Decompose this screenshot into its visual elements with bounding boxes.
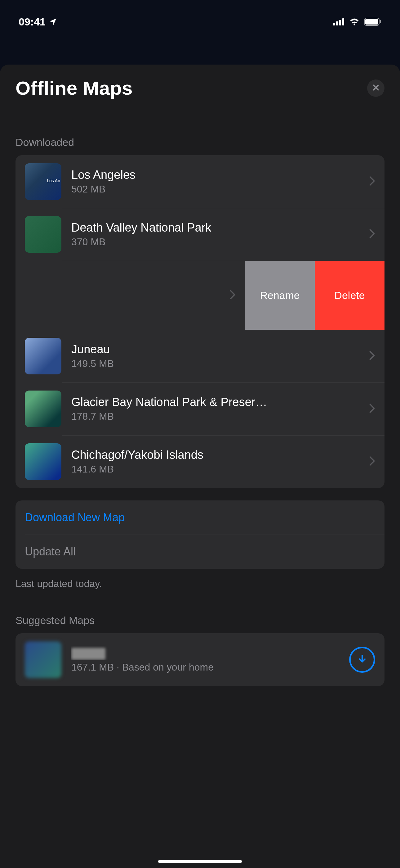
map-thumbnail — [25, 163, 61, 200]
delete-button[interactable]: Delete — [315, 261, 385, 330]
map-title: Glacier Bay National Park & Preser… — [71, 396, 364, 409]
offline-maps-sheet: Offline Maps Downloaded Los Angeles 502 … — [0, 65, 400, 868]
svg-rect-1 — [336, 22, 338, 26]
map-title: Death Valley National Park — [71, 221, 364, 235]
map-title-fragment: ty — [15, 288, 225, 303]
download-new-map-label: Download New Map — [25, 511, 125, 524]
chevron-right-icon — [369, 403, 375, 414]
map-thumbnail — [25, 338, 61, 374]
location-arrow-icon — [49, 18, 57, 26]
map-thumbnail — [25, 443, 61, 480]
svg-rect-3 — [342, 18, 344, 26]
map-thumbnail — [25, 391, 61, 427]
map-size: 141.6 MB — [71, 464, 364, 475]
suggested-map-item[interactable]: 167.1 MB · Based on your home — [15, 633, 385, 686]
chevron-right-icon — [369, 229, 375, 240]
map-size: 370 MB — [71, 236, 364, 248]
map-subtitle: 167.1 MB · Based on your home — [71, 661, 344, 673]
map-title: Los Angeles — [71, 168, 364, 182]
chevron-right-icon — [369, 176, 375, 187]
wifi-icon — [349, 18, 360, 26]
downloaded-map-item[interactable]: Los Angeles 502 MB — [15, 155, 385, 208]
downloaded-map-item[interactable]: Death Valley National Park 370 MB — [15, 208, 385, 261]
chevron-right-icon — [229, 290, 236, 301]
cellular-icon — [333, 18, 345, 26]
map-title: Juneau — [71, 343, 364, 356]
close-icon — [372, 84, 380, 93]
map-size: 178.7 MB — [71, 411, 364, 422]
svg-rect-0 — [333, 23, 335, 26]
last-updated-note: Last updated today. — [0, 578, 400, 590]
svg-rect-2 — [339, 20, 341, 26]
map-thumbnail — [25, 216, 61, 253]
update-all-label: Update All — [25, 545, 76, 558]
download-arrow-icon — [357, 653, 368, 666]
close-button[interactable] — [367, 80, 385, 97]
rename-button[interactable]: Rename — [245, 261, 315, 330]
svg-rect-6 — [380, 20, 381, 23]
downloaded-map-item[interactable]: Glacier Bay National Park & Preser… 178.… — [15, 382, 385, 435]
home-indicator[interactable] — [158, 860, 242, 863]
downloaded-map-item[interactable]: Juneau 149.5 MB — [15, 330, 385, 382]
suggested-maps-group: 167.1 MB · Based on your home — [15, 633, 385, 686]
section-label-suggested: Suggested Maps — [0, 614, 400, 626]
downloaded-map-item[interactable]: Chichagof/Yakobi Islands 141.6 MB — [15, 435, 385, 488]
map-thumbnail — [25, 641, 61, 678]
status-bar: 09:41 — [0, 0, 400, 34]
chevron-right-icon — [369, 456, 375, 467]
map-title-redacted — [71, 646, 344, 660]
section-label-downloaded: Downloaded — [0, 136, 400, 148]
download-button[interactable] — [349, 647, 375, 673]
download-new-map-button[interactable]: Download New Map — [15, 500, 385, 535]
map-title: Chichagof/Yakobi Islands — [71, 448, 364, 462]
actions-group: Download New Map Update All — [15, 500, 385, 569]
page-title: Offline Maps — [15, 77, 133, 99]
map-size: 149.5 MB — [71, 358, 364, 369]
chevron-right-icon — [369, 350, 375, 362]
battery-icon — [364, 18, 381, 26]
downloaded-maps-group: Los Angeles 502 MB Death Valley National… — [15, 155, 385, 488]
status-time: 09:41 — [19, 16, 45, 28]
svg-rect-5 — [365, 19, 378, 25]
downloaded-map-item-swiped[interactable]: ty Rename Delete — [15, 261, 385, 330]
update-all-button[interactable]: Update All — [15, 535, 385, 569]
map-size: 502 MB — [71, 183, 364, 195]
